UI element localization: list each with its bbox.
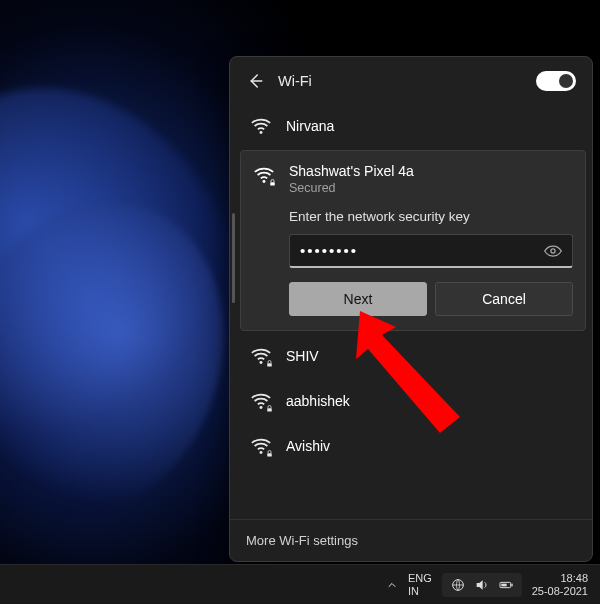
wifi-secured-icon	[250, 345, 272, 367]
system-tray[interactable]	[442, 573, 522, 597]
clock-time: 18:48	[532, 572, 588, 585]
reveal-password-icon[interactable]	[542, 240, 564, 262]
panel-title: Wi-Fi	[278, 73, 522, 89]
svg-rect-2	[270, 182, 275, 185]
network-item[interactable]: aabhishek	[240, 378, 586, 423]
svg-point-3	[551, 248, 555, 252]
volume-tray-icon	[474, 577, 490, 593]
svg-rect-14	[501, 583, 506, 586]
security-key-prompt: Enter the network security key	[289, 209, 573, 224]
wifi-icon	[250, 115, 272, 137]
clock-date: 25-08-2021	[532, 585, 588, 598]
wifi-toggle[interactable]	[536, 71, 576, 91]
password-field-wrapper	[289, 234, 573, 268]
network-tray-icon	[450, 577, 466, 593]
network-item-selected: Shashwat's Pixel 4a Secured Enter the ne…	[240, 150, 586, 331]
network-item[interactable]: Nirvana	[240, 103, 586, 148]
svg-point-1	[263, 180, 266, 183]
lang-bottom: IN	[408, 585, 432, 598]
svg-point-6	[260, 406, 263, 409]
scrollbar[interactable]	[232, 213, 235, 303]
next-button[interactable]: Next	[289, 282, 427, 316]
svg-point-0	[260, 131, 263, 134]
clock[interactable]: 18:48 25-08-2021	[532, 572, 588, 597]
network-item[interactable]: Avishiv	[240, 423, 586, 468]
wifi-secured-icon	[250, 435, 272, 457]
network-name: Nirvana	[286, 118, 334, 134]
taskbar: ENG IN 18:48 25-08-2021	[0, 564, 600, 604]
svg-rect-5	[267, 363, 272, 366]
network-name: Shashwat's Pixel 4a	[289, 163, 414, 179]
wifi-secured-icon	[250, 390, 272, 412]
network-name: SHIV	[286, 348, 319, 364]
lang-top: ENG	[408, 572, 432, 585]
svg-rect-9	[267, 453, 272, 456]
network-scroll-area: Nirvana Shashwat's Pixel 4a Secured Ente…	[230, 103, 592, 519]
network-status: Secured	[289, 181, 414, 195]
svg-rect-7	[267, 408, 272, 411]
language-indicator[interactable]: ENG IN	[408, 572, 432, 597]
svg-point-8	[260, 451, 263, 454]
network-item[interactable]: SHIV	[240, 333, 586, 378]
cancel-button[interactable]: Cancel	[435, 282, 573, 316]
tray-overflow-icon[interactable]	[386, 579, 398, 591]
more-wifi-settings-link[interactable]: More Wi-Fi settings	[230, 519, 592, 561]
password-input[interactable]	[300, 242, 542, 259]
back-button[interactable]	[246, 72, 264, 90]
panel-header: Wi-Fi	[230, 57, 592, 103]
wifi-secured-icon	[253, 164, 275, 186]
svg-point-4	[260, 361, 263, 364]
battery-tray-icon	[498, 577, 514, 593]
network-name: Avishiv	[286, 438, 330, 454]
svg-rect-13	[511, 583, 512, 586]
network-name: aabhishek	[286, 393, 350, 409]
wifi-quick-panel: Wi-Fi Nirvana Shashwat's Pixel 4a	[229, 56, 593, 562]
